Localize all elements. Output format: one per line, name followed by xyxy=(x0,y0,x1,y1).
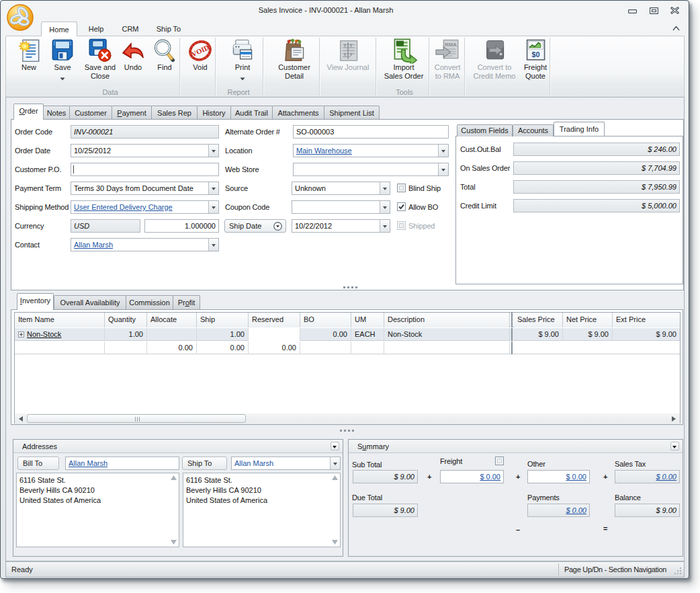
svg-text:$0: $0 xyxy=(532,50,540,58)
svg-text:RMA: RMA xyxy=(445,42,457,48)
